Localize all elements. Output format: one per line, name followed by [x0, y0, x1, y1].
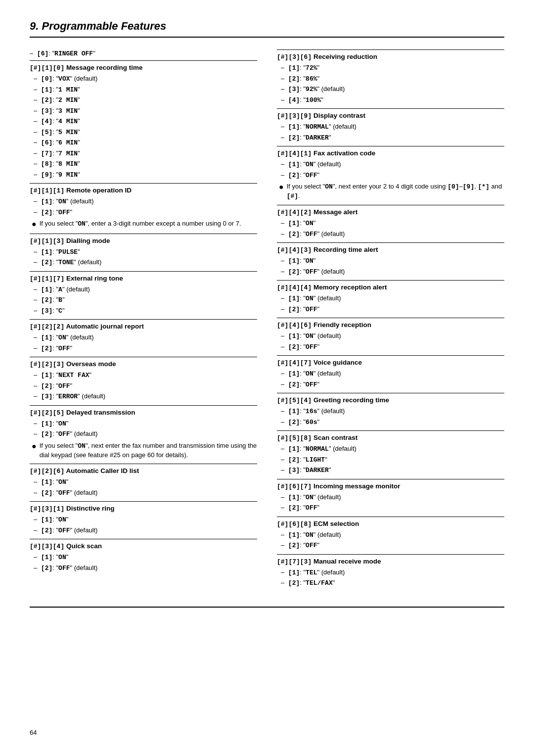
section-113: [#][1][3] Dialling mode – [1]: "PULSE" –…	[30, 234, 257, 271]
section-title-231: [#][3][1] Distinctive ring	[30, 505, 257, 513]
bullet-note-111: ● If you select "ON", enter a 3-digit nu…	[30, 219, 257, 230]
list-item: – [1]: "ON"	[34, 477, 257, 487]
section-110-list: – [0]: "VOX" (default) – [1]: "1 MIN" – …	[30, 74, 257, 180]
section-title-254: [#][5][4] Greeting recording time	[277, 396, 504, 404]
intro-value: RINGER OFF	[54, 50, 93, 57]
list-item: – [1]: "72%"	[281, 63, 504, 73]
list-item: – [4]: "100%"	[281, 95, 504, 105]
section-239: [#][3][9] Display contrast – [1]: "NORMA…	[277, 108, 504, 146]
section-110: [#][1][0] Message recording time – [0]: …	[30, 60, 257, 183]
list-item: – [2]: "DARKER"	[281, 133, 504, 143]
section-243: [#][4][3] Recording time alert – [1]: "O…	[277, 242, 504, 280]
section-242-list: – [1]: "ON" – [2]: "OFF" (default)	[277, 218, 504, 239]
page-number: 64	[30, 729, 37, 736]
section-246-list: – [1]: "ON" (default) – [2]: "OFF"	[277, 331, 504, 352]
section-234-list: – [1]: "ON" – [2]: "OFF" (default)	[30, 552, 257, 573]
section-243-list: – [1]: "ON" – [2]: "OFF" (default)	[277, 256, 504, 277]
list-item: – [2]: "OFF" (default)	[34, 563, 257, 573]
section-title-273: [#][7][3] Manual receive mode	[277, 558, 504, 566]
section-222: [#][2][2] Automatic journal report – [1]…	[30, 319, 257, 357]
list-item: – [2]: "OFF"	[281, 503, 504, 513]
section-title-236: [#][3][6] Receiving reduction	[277, 53, 504, 61]
list-item: – [2]: "60s"	[281, 417, 504, 427]
intro-key: [6]	[37, 50, 48, 57]
section-title-242: [#][4][2] Message alert	[277, 208, 504, 216]
section-247-list: – [1]: "ON" (default) – [2]: "OFF"	[277, 369, 504, 389]
section-title-241: [#][4][1] Fax activation code	[277, 149, 504, 157]
intro-item: – [6]: "RINGER OFF"	[30, 49, 257, 57]
section-273-list: – [1]: "TEL" (default) – [2]: "TEL/FAX"	[277, 567, 504, 588]
list-item: – [2]: "OFF" (default)	[281, 267, 504, 277]
list-item: – [5]: "5 MIN"	[34, 127, 257, 138]
section-234: [#][3][4] Quick scan – [1]: "ON" – [2]: …	[30, 539, 257, 576]
section-236: [#][3][6] Receiving reduction – [1]: "72…	[277, 49, 504, 108]
section-title-234: [#][3][4] Quick scan	[30, 542, 257, 550]
section-244: [#][4][4] Memory reception alert – [1]: …	[277, 280, 504, 318]
section-254-list: – [1]: "16s" (default) – [2]: "60s"	[277, 406, 504, 427]
list-item: – [3]: "ERROR" (default)	[34, 391, 257, 402]
list-item: – [1]: "ON" (default)	[281, 331, 504, 341]
section-268: [#][6][8] ECM selection – [1]: "ON" (def…	[277, 517, 504, 554]
list-item: – [3]: "3 MIN"	[34, 106, 257, 116]
section-244-list: – [1]: "ON" (default) – [2]: "OFF"	[277, 293, 504, 314]
section-239-list: – [1]: "NORMAL" (default) – [2]: "DARKER…	[277, 122, 504, 142]
left-column: – [6]: "RINGER OFF" [#][1][0] Message re…	[30, 49, 257, 592]
section-title-268: [#][6][8] ECM selection	[277, 520, 504, 528]
bullet-note-241: ● If you select "ON", next enter your 2 …	[277, 182, 504, 201]
list-item: – [4]: "4 MIN"	[34, 116, 257, 127]
section-225-list: – [1]: "ON" – [2]: "OFF" (default)	[30, 419, 257, 439]
list-item: – [9]: "9 MIN"	[34, 170, 257, 180]
section-242: [#][4][2] Message alert – [1]: "ON" – [2…	[277, 205, 504, 242]
list-item: – [2]: "OFF"	[34, 381, 257, 391]
list-item: – [1]: "NEXT FAX"	[34, 370, 257, 380]
list-item: – [6]: "6 MIN"	[34, 138, 257, 148]
section-title-226: [#][2][6] Automatic Caller ID list	[30, 467, 257, 475]
section-246: [#][4][6] Friendly reception – [1]: "ON"…	[277, 318, 504, 355]
list-item: – [1]: "ON"	[281, 218, 504, 229]
list-item: – [3]: "DARKER"	[281, 465, 504, 475]
section-title-113: [#][1][3] Dialling mode	[30, 237, 257, 245]
list-item: – [2]: "OFF"	[281, 342, 504, 352]
section-title-247: [#][4][7] Voice guidance	[277, 359, 504, 367]
section-258-list: – [1]: "NORMAL" (default) – [2]: "LIGHT"…	[277, 444, 504, 475]
section-223: [#][2][3] Overseas mode – [1]: "NEXT FAX…	[30, 357, 257, 405]
section-226-list: – [1]: "ON" – [2]: "OFF" (default)	[30, 477, 257, 498]
section-273: [#][7][3] Manual receive mode – [1]: "TE…	[277, 554, 504, 592]
list-item: – [1]: "ON"	[34, 515, 257, 525]
section-title-258: [#][5][8] Scan contrast	[277, 434, 504, 442]
section-241-list: – [1]: "ON" (default) – [2]: "OFF"	[277, 159, 504, 180]
list-item: – [2]: "2 MIN"	[34, 95, 257, 105]
list-item: – [2]: "86%"	[281, 74, 504, 84]
section-236-list: – [1]: "72%" – [2]: "86%" – [3]: "92%" (…	[277, 63, 504, 105]
list-item: – [3]: "92%" (default)	[281, 84, 504, 94]
section-223-list: – [1]: "NEXT FAX" – [2]: "OFF" – [3]: "E…	[30, 370, 257, 402]
section-267-list: – [1]: "ON" (default) – [2]: "OFF"	[277, 492, 504, 513]
section-title-222: [#][2][2] Automatic journal report	[30, 323, 257, 331]
section-title-110: [#][1][0] Message recording time	[30, 64, 257, 72]
section-title-244: [#][4][4] Memory reception alert	[277, 284, 504, 291]
list-item: – [1]: "A" (default)	[34, 284, 257, 295]
dash: –	[30, 49, 33, 57]
section-title-239: [#][3][9] Display contrast	[277, 112, 504, 120]
list-item: – [1]: "ON" (default)	[281, 293, 504, 304]
list-item: – [2]: "OFF" (default)	[34, 525, 257, 536]
list-item: – [2]: "OFF"	[281, 170, 504, 181]
list-item: – [1]: "ON" (default)	[34, 332, 257, 343]
section-title-246: [#][4][6] Friendly reception	[277, 321, 504, 329]
list-item: – [0]: "VOX" (default)	[34, 74, 257, 84]
list-item: – [1]: "16s" (default)	[281, 406, 504, 417]
section-231-list: – [1]: "ON" – [2]: "OFF" (default)	[30, 515, 257, 535]
list-item: – [2]: "OFF" (default)	[281, 229, 504, 239]
section-title-223: [#][2][3] Overseas mode	[30, 360, 257, 368]
list-item: – [1]: "ON"	[34, 552, 257, 563]
list-item: – [3]: "C"	[34, 306, 257, 316]
list-item: – [2]: "OFF"	[281, 379, 504, 390]
section-title-243: [#][4][3] Recording time alert	[277, 246, 504, 254]
list-item: – [2]: "OFF"	[281, 540, 504, 551]
section-title-225: [#][2][5] Delayed transmission	[30, 409, 257, 417]
section-268-list: – [1]: "ON" (default) – [2]: "OFF"	[277, 530, 504, 551]
list-item: – [2]: "LIGHT"	[281, 455, 504, 465]
list-item: – [1]: "NORMAL" (default)	[281, 122, 504, 132]
list-item: – [2]: "TONE" (default)	[34, 257, 257, 268]
section-247: [#][4][7] Voice guidance – [1]: "ON" (de…	[277, 355, 504, 393]
